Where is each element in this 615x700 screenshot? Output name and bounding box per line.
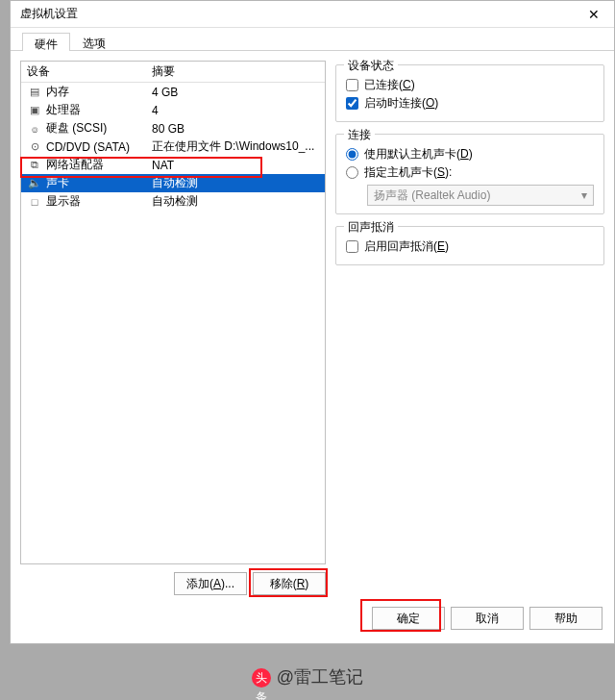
add-button[interactable]: 添加(A)...	[174, 572, 247, 595]
settings-panel: 设备状态 已连接(C) 启动时连接(O) 连接 使用默认主机声卡(D)	[335, 61, 604, 605]
vm-settings-dialog: 虚拟机设置 ✕ 硬件 选项 设备 摘要 ▤内存4 GB▣处理器4⌾硬盘 (SCS…	[10, 0, 615, 644]
titlebar: 虚拟机设置 ✕	[11, 1, 614, 28]
device-summary: 4 GB	[152, 86, 319, 99]
checkbox-connect-poweron[interactable]: 启动时连接(O)	[346, 95, 594, 112]
legend-device-status: 设备状态	[344, 58, 398, 74]
device-icon: ▤	[27, 86, 42, 99]
chevron-down-icon: ▾	[581, 188, 587, 202]
host-sound-device-value: 扬声器 (Realtek Audio)	[374, 188, 490, 204]
device-icon: ⊙	[27, 140, 42, 154]
hardware-row[interactable]: ▣处理器4	[21, 101, 325, 119]
radio-specify[interactable]: 指定主机声卡(S):	[346, 164, 594, 181]
group-echo: 回声抵消 启用回声抵消(E)	[335, 226, 604, 265]
device-icon: ⧉	[27, 159, 42, 172]
group-connection: 连接 使用默认主机声卡(D) 指定主机声卡(S): 扬声器 (Realtek A…	[335, 134, 604, 214]
hardware-row[interactable]: ▤内存4 GB	[21, 83, 325, 101]
device-icon: □	[27, 195, 42, 209]
device-name: 硬盘 (SCSI)	[46, 120, 107, 137]
help-button[interactable]: 帮助	[529, 607, 603, 630]
radio-specify-input[interactable]	[346, 166, 358, 179]
tab-hardware[interactable]: 硬件	[22, 33, 70, 51]
hardware-row[interactable]: ⌾硬盘 (SCSI)80 GB	[21, 119, 325, 138]
device-summary: 80 GB	[152, 122, 319, 136]
device-summary: 4	[152, 104, 319, 117]
remove-button[interactable]: 移除(R)	[253, 572, 326, 595]
radio-use-default-input[interactable]	[346, 148, 358, 161]
device-summary: 正在使用文件 D:\Windows10_...	[152, 138, 319, 155]
col-header-summary: 摘要	[146, 62, 325, 82]
device-summary: 自动检测	[152, 193, 319, 210]
hardware-row[interactable]: 🔈声卡自动检测	[21, 174, 325, 192]
device-icon: ⌾	[27, 122, 42, 136]
device-icon: ▣	[27, 104, 42, 117]
tab-options[interactable]: 选项	[70, 32, 118, 50]
radio-use-default[interactable]: 使用默认主机声卡(D)	[346, 146, 594, 162]
tab-strip: 硬件 选项	[11, 28, 614, 51]
device-name: 声卡	[46, 175, 69, 191]
checkbox-connected[interactable]: 已连接(C)	[346, 77, 594, 93]
checkbox-echo-input[interactable]	[346, 240, 358, 253]
dialog-footer: 确定 取消 帮助	[11, 605, 614, 643]
hardware-panel: 设备 摘要 ▤内存4 GB▣处理器4⌾硬盘 (SCSI)80 GB⊙CD/DVD…	[20, 61, 326, 605]
device-summary: NAT	[152, 159, 319, 172]
ok-button[interactable]: 确定	[372, 607, 445, 630]
device-summary: 自动检测	[152, 175, 319, 191]
device-name: 网络适配器	[46, 157, 104, 173]
checkbox-connected-input[interactable]	[346, 79, 358, 91]
checkbox-connect-poweron-input[interactable]	[346, 97, 358, 110]
legend-echo: 回声抵消	[344, 219, 398, 236]
checkbox-echo[interactable]: 启用回声抵消(E)	[346, 238, 594, 255]
host-sound-device-select[interactable]: 扬声器 (Realtek Audio) ▾	[367, 185, 594, 206]
device-name: CD/DVD (SATA)	[46, 140, 130, 154]
watermark-author: @雷工笔记	[277, 667, 363, 687]
toutiao-logo-icon: 头条	[252, 668, 271, 688]
group-device-status: 设备状态 已连接(C) 启动时连接(O)	[335, 64, 604, 122]
hardware-actions: 添加(A)... 移除(R)	[20, 564, 326, 605]
device-name: 内存	[46, 84, 69, 100]
hardware-list[interactable]: 设备 摘要 ▤内存4 GB▣处理器4⌾硬盘 (SCSI)80 GB⊙CD/DVD…	[20, 61, 326, 564]
legend-connection: 连接	[344, 127, 375, 143]
device-name: 显示器	[46, 193, 81, 210]
device-name: 处理器	[46, 102, 81, 118]
col-header-device: 设备	[21, 62, 146, 82]
hardware-row[interactable]: □显示器自动检测	[21, 192, 325, 211]
hardware-row[interactable]: ⧉网络适配器NAT	[21, 156, 325, 174]
window-title: 虚拟机设置	[20, 6, 579, 22]
close-icon[interactable]: ✕	[579, 7, 608, 22]
watermark: 头条@雷工笔记	[0, 665, 615, 688]
cancel-button[interactable]: 取消	[451, 607, 524, 630]
hardware-row[interactable]: ⊙CD/DVD (SATA)正在使用文件 D:\Windows10_...	[21, 138, 325, 156]
device-icon: 🔈	[27, 177, 42, 190]
